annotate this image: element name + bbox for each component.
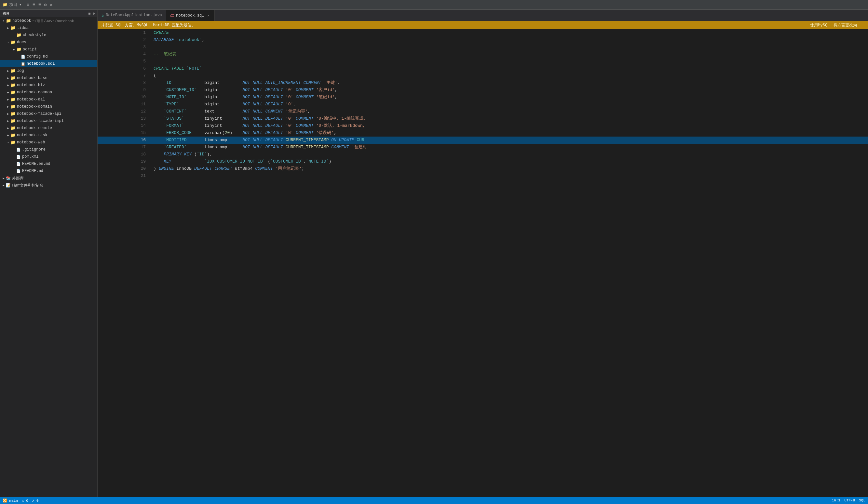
sidebar-header: 项目 ⊟ ⚙ [0,10,97,17]
sidebar-item-scratches[interactable]: ▶ 📝 临时文件和控制台 [0,182,97,189]
line-num-6: 6 [97,65,151,72]
sidebar-item-log[interactable]: ▶ 📁 log [0,67,97,74]
sidebar-item-readme-en-md[interactable]: ▶ 📄 README.en.md [0,160,97,167]
sidebar-item-script[interactable]: ▶ 📁 script [0,46,97,53]
notebook-web-arrow: ▾ [6,141,10,144]
line-content-9: `CUSTOMER_ID` bigint NOT NULL DEFAULT '0… [151,86,868,94]
sidebar-item-notebook-remote[interactable]: ▶ 📁 notebook-remote [0,125,97,132]
script-name: script [23,47,37,52]
close-icon[interactable]: ✕ [50,2,53,8]
sidebar-item-notebook-common[interactable]: ▶ 📁 notebook-common [0,89,97,96]
status-errors: ✗ 0 [32,498,39,503]
main-layout: 项目 ⊟ ⚙ ▾ 📁 notebook ~/项目/Java/notebook ▶… [0,10,868,497]
code-line-15: 15 `ERROR_CODE` varchar(20) NOT NULL DEF… [97,129,868,137]
status-warnings: ⚠ 0 [22,498,28,503]
line-content-11: `TYPE` bigint NOT NULL DEFAULT '0', [151,101,868,108]
scratches-arrow: ▶ [1,184,6,187]
notebook-remote-folder-icon: 📁 [10,126,16,131]
line-num-20: 20 [97,165,151,172]
sidebar-item-notebook-dal[interactable]: ▶ 📁 notebook-dal [0,96,97,103]
title-bar-dropdown-icon[interactable]: ▾ [19,2,21,7]
sidebar-item-external-libs[interactable]: ▶ 📚 外部库 [0,175,97,182]
sidebar-item-readme-md[interactable]: ▶ 📄 README.md [0,167,97,175]
notebook-common-arrow: ▶ [6,91,10,94]
notebook-base-name: notebook-base [17,76,48,80]
readme-en-md-name: README.en.md [22,161,50,166]
notebook-task-name: notebook-task [17,133,48,138]
line-content-13: `STATUS` tinyint NOT NULL DEFAULT '0' CO… [151,115,868,122]
sidebar-item-notebook-facade-api[interactable]: ▶ 📁 notebook-facade-api [0,110,97,117]
sidebar-item-notebook-task[interactable]: ▶ 📁 notebook-task [0,132,97,139]
docs-name: docs [17,40,27,44]
tab-java[interactable]: ☕ NoteBookApplication.java [97,10,166,21]
title-bar-project-label: 项目 [9,2,17,8]
collapse-all-icon[interactable]: ⊟ [89,11,91,15]
readme-md-icon: 📄 [16,169,21,173]
sidebar-item-gitignore[interactable]: ▶ 📄 .gitignore [0,146,97,153]
tab-sql-close[interactable]: ✕ [206,13,210,18]
notebook-common-folder-icon: 📁 [10,90,16,95]
code-line-11: 11 `TYPE` bigint NOT NULL DEFAULT '0', [97,101,868,108]
root-arrow: ▾ [1,19,6,23]
line-num-9: 9 [97,86,151,94]
line-content-7: ( [151,72,868,79]
notebook-domain-folder-icon: 📁 [10,104,16,109]
sidebar-item-notebook-domain[interactable]: ▶ 📁 notebook-domain [0,103,97,110]
line-content-18: PRIMARY KEY (`ID`), [151,151,868,158]
warning-message: 未配置 SQL 方言。MySQL, MariaDB 匹配为最佳。 [102,22,195,28]
code-editor[interactable]: 1 CREATE 2 DATABASE `notebook`; 3 4 -- 笔… [97,29,868,497]
code-line-20: 20 ) ENGINE=InnoDB DEFAULT CHARSET=utf8m… [97,165,868,172]
notebook-base-folder-icon: 📁 [10,75,16,81]
sidebar-item-docs[interactable]: ▾ 📁 docs [0,39,97,46]
tab-sql[interactable]: 🗃 notebook.sql ✕ [166,10,215,21]
sidebar-item-pom-xml[interactable]: ▶ 📄 pom.xml [0,153,97,160]
globe-icon[interactable]: ⊕ [27,2,29,8]
status-left: 🔀 main ⚠ 0 ✗ 0 [3,498,39,503]
line-content-21 [151,172,868,179]
sidebar-item-notebook-biz[interactable]: ▶ 📁 notebook-biz [0,82,97,89]
line-content-1: CREATE [151,29,868,36]
line-content-3 [151,44,868,51]
notebook-sql-icon: 📋 [21,62,25,66]
code-line-2: 2 DATABASE `notebook`; [97,36,868,44]
sidebar-title: 项目 [3,11,9,15]
idea-folder-icon: 📁 [10,25,16,31]
docs-folder-icon: 📁 [10,40,16,45]
sidebar-item-idea[interactable]: ▶ 📁 .idea [0,24,97,32]
warning-change-dialect-button[interactable]: 将方言更改为... [834,22,864,28]
pom-xml-name: pom.xml [22,155,38,159]
warning-use-mysql-button[interactable]: 使用MySQL [810,22,830,28]
sidebar-item-config-md[interactable]: ▶ 📄 config.md [0,53,97,60]
notebook-domain-name: notebook-domain [17,104,52,109]
line-num-18: 18 [97,151,151,158]
sidebar-item-notebook-web[interactable]: ▾ 📁 notebook-web [0,139,97,146]
notebook-biz-name: notebook-biz [17,83,45,87]
sidebar-item-notebook-facade-impl[interactable]: ▶ 📁 notebook-facade-impl [0,117,97,125]
warning-actions: 使用MySQL 将方言更改为... [810,22,864,28]
tree-root-notebook[interactable]: ▾ 📁 notebook ~/项目/Java/notebook [0,17,97,24]
idea-arrow: ▶ [6,27,10,30]
notebook-remote-arrow: ▶ [6,126,10,130]
line-content-12: `CONTENT` text NOT NULL COMMENT '笔记内容', [151,108,868,115]
line-content-6: CREATE TABLE `NOTE` [151,65,868,72]
sidebar-item-notebook-sql[interactable]: ▶ 📋 notebook.sql [0,60,97,67]
menu-icon-1[interactable]: ≡ [32,2,35,8]
code-line-13: 13 `STATUS` tinyint NOT NULL DEFAULT '0'… [97,115,868,122]
external-libs-arrow: ▶ [1,177,6,180]
settings-small-icon[interactable]: ⚙ [92,11,95,15]
notebook-remote-name: notebook-remote [17,126,52,130]
notebook-task-folder-icon: 📁 [10,133,16,138]
gitignore-icon: 📄 [16,148,21,152]
line-content-8: `ID` bigint NOT NULL AUTO_INCREMENT COMM… [151,79,868,86]
notebook-web-name: notebook-web [17,140,45,145]
code-line-3: 3 [97,44,868,51]
menu-icon-2[interactable]: ≡ [38,2,41,8]
root-name: notebook [12,19,31,23]
sidebar-item-checkstyle[interactable]: ▶ 📁 checkstyle [0,32,97,39]
sidebar-item-notebook-base[interactable]: ▶ 📁 notebook-base [0,74,97,82]
status-branch[interactable]: 🔀 main [3,498,18,503]
scratches-name: 临时文件和控制台 [12,183,43,188]
line-num-5: 5 [97,58,151,65]
line-num-8: 8 [97,79,151,86]
settings-icon[interactable]: ⚙ [44,2,47,8]
